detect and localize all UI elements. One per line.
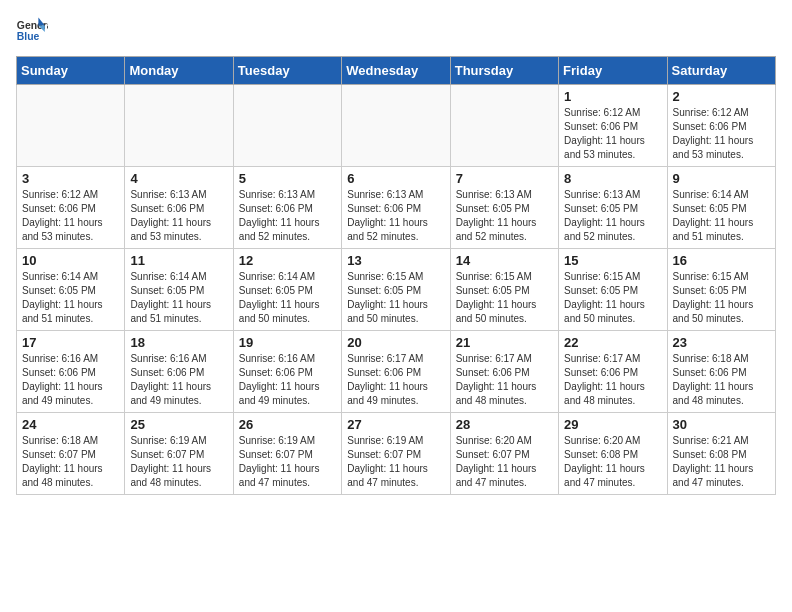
calendar-cell: 29Sunrise: 6:20 AM Sunset: 6:08 PM Dayli…: [559, 413, 667, 495]
day-number: 2: [673, 89, 770, 104]
weekday-header: Sunday: [17, 57, 125, 85]
calendar-cell: [450, 85, 558, 167]
weekday-header: Friday: [559, 57, 667, 85]
calendar-cell: 28Sunrise: 6:20 AM Sunset: 6:07 PM Dayli…: [450, 413, 558, 495]
calendar-cell: 7Sunrise: 6:13 AM Sunset: 6:05 PM Daylig…: [450, 167, 558, 249]
day-number: 14: [456, 253, 553, 268]
day-number: 4: [130, 171, 227, 186]
day-info: Sunrise: 6:13 AM Sunset: 6:06 PM Dayligh…: [239, 188, 336, 244]
day-info: Sunrise: 6:13 AM Sunset: 6:06 PM Dayligh…: [130, 188, 227, 244]
calendar-cell: 18Sunrise: 6:16 AM Sunset: 6:06 PM Dayli…: [125, 331, 233, 413]
svg-text:Blue: Blue: [17, 31, 40, 42]
calendar-week-row: 3Sunrise: 6:12 AM Sunset: 6:06 PM Daylig…: [17, 167, 776, 249]
day-info: Sunrise: 6:18 AM Sunset: 6:06 PM Dayligh…: [673, 352, 770, 408]
logo: GeneralBlue: [16, 16, 48, 48]
day-info: Sunrise: 6:15 AM Sunset: 6:05 PM Dayligh…: [673, 270, 770, 326]
calendar-cell: 9Sunrise: 6:14 AM Sunset: 6:05 PM Daylig…: [667, 167, 775, 249]
calendar-cell: 17Sunrise: 6:16 AM Sunset: 6:06 PM Dayli…: [17, 331, 125, 413]
day-number: 12: [239, 253, 336, 268]
header: GeneralBlue: [16, 16, 776, 48]
day-info: Sunrise: 6:15 AM Sunset: 6:05 PM Dayligh…: [564, 270, 661, 326]
day-info: Sunrise: 6:17 AM Sunset: 6:06 PM Dayligh…: [347, 352, 444, 408]
day-info: Sunrise: 6:13 AM Sunset: 6:05 PM Dayligh…: [564, 188, 661, 244]
calendar-week-row: 10Sunrise: 6:14 AM Sunset: 6:05 PM Dayli…: [17, 249, 776, 331]
day-info: Sunrise: 6:16 AM Sunset: 6:06 PM Dayligh…: [22, 352, 119, 408]
calendar-cell: 6Sunrise: 6:13 AM Sunset: 6:06 PM Daylig…: [342, 167, 450, 249]
day-number: 11: [130, 253, 227, 268]
weekday-header: Wednesday: [342, 57, 450, 85]
day-number: 3: [22, 171, 119, 186]
calendar-cell: 10Sunrise: 6:14 AM Sunset: 6:05 PM Dayli…: [17, 249, 125, 331]
calendar-week-row: 1Sunrise: 6:12 AM Sunset: 6:06 PM Daylig…: [17, 85, 776, 167]
day-number: 17: [22, 335, 119, 350]
calendar-cell: 25Sunrise: 6:19 AM Sunset: 6:07 PM Dayli…: [125, 413, 233, 495]
calendar-cell: 16Sunrise: 6:15 AM Sunset: 6:05 PM Dayli…: [667, 249, 775, 331]
calendar-cell: 8Sunrise: 6:13 AM Sunset: 6:05 PM Daylig…: [559, 167, 667, 249]
calendar-cell: 3Sunrise: 6:12 AM Sunset: 6:06 PM Daylig…: [17, 167, 125, 249]
calendar-cell: 5Sunrise: 6:13 AM Sunset: 6:06 PM Daylig…: [233, 167, 341, 249]
weekday-header-row: SundayMondayTuesdayWednesdayThursdayFrid…: [17, 57, 776, 85]
day-number: 8: [564, 171, 661, 186]
day-info: Sunrise: 6:19 AM Sunset: 6:07 PM Dayligh…: [130, 434, 227, 490]
day-number: 10: [22, 253, 119, 268]
day-info: Sunrise: 6:13 AM Sunset: 6:06 PM Dayligh…: [347, 188, 444, 244]
day-info: Sunrise: 6:14 AM Sunset: 6:05 PM Dayligh…: [130, 270, 227, 326]
day-info: Sunrise: 6:16 AM Sunset: 6:06 PM Dayligh…: [239, 352, 336, 408]
day-number: 15: [564, 253, 661, 268]
day-number: 9: [673, 171, 770, 186]
day-info: Sunrise: 6:12 AM Sunset: 6:06 PM Dayligh…: [22, 188, 119, 244]
day-number: 26: [239, 417, 336, 432]
calendar-cell: [233, 85, 341, 167]
day-number: 22: [564, 335, 661, 350]
day-info: Sunrise: 6:14 AM Sunset: 6:05 PM Dayligh…: [673, 188, 770, 244]
day-info: Sunrise: 6:17 AM Sunset: 6:06 PM Dayligh…: [456, 352, 553, 408]
calendar-cell: [125, 85, 233, 167]
calendar-cell: 15Sunrise: 6:15 AM Sunset: 6:05 PM Dayli…: [559, 249, 667, 331]
calendar-cell: 19Sunrise: 6:16 AM Sunset: 6:06 PM Dayli…: [233, 331, 341, 413]
day-number: 18: [130, 335, 227, 350]
weekday-header: Tuesday: [233, 57, 341, 85]
weekday-header: Saturday: [667, 57, 775, 85]
day-number: 6: [347, 171, 444, 186]
calendar-cell: 24Sunrise: 6:18 AM Sunset: 6:07 PM Dayli…: [17, 413, 125, 495]
day-info: Sunrise: 6:18 AM Sunset: 6:07 PM Dayligh…: [22, 434, 119, 490]
day-number: 23: [673, 335, 770, 350]
calendar-cell: 23Sunrise: 6:18 AM Sunset: 6:06 PM Dayli…: [667, 331, 775, 413]
day-info: Sunrise: 6:14 AM Sunset: 6:05 PM Dayligh…: [22, 270, 119, 326]
calendar-cell: 11Sunrise: 6:14 AM Sunset: 6:05 PM Dayli…: [125, 249, 233, 331]
calendar-cell: 13Sunrise: 6:15 AM Sunset: 6:05 PM Dayli…: [342, 249, 450, 331]
day-info: Sunrise: 6:20 AM Sunset: 6:08 PM Dayligh…: [564, 434, 661, 490]
day-number: 16: [673, 253, 770, 268]
calendar-cell: 22Sunrise: 6:17 AM Sunset: 6:06 PM Dayli…: [559, 331, 667, 413]
calendar-cell: 2Sunrise: 6:12 AM Sunset: 6:06 PM Daylig…: [667, 85, 775, 167]
weekday-header: Monday: [125, 57, 233, 85]
logo-icon: GeneralBlue: [16, 16, 48, 48]
day-number: 24: [22, 417, 119, 432]
day-number: 5: [239, 171, 336, 186]
day-number: 27: [347, 417, 444, 432]
calendar-cell: 12Sunrise: 6:14 AM Sunset: 6:05 PM Dayli…: [233, 249, 341, 331]
day-number: 20: [347, 335, 444, 350]
day-number: 13: [347, 253, 444, 268]
day-info: Sunrise: 6:19 AM Sunset: 6:07 PM Dayligh…: [239, 434, 336, 490]
page: GeneralBlue SundayMondayTuesdayWednesday…: [0, 0, 792, 511]
day-number: 1: [564, 89, 661, 104]
calendar-cell: 14Sunrise: 6:15 AM Sunset: 6:05 PM Dayli…: [450, 249, 558, 331]
calendar-cell: 26Sunrise: 6:19 AM Sunset: 6:07 PM Dayli…: [233, 413, 341, 495]
day-number: 30: [673, 417, 770, 432]
calendar-week-row: 17Sunrise: 6:16 AM Sunset: 6:06 PM Dayli…: [17, 331, 776, 413]
day-info: Sunrise: 6:21 AM Sunset: 6:08 PM Dayligh…: [673, 434, 770, 490]
day-info: Sunrise: 6:12 AM Sunset: 6:06 PM Dayligh…: [564, 106, 661, 162]
day-number: 21: [456, 335, 553, 350]
calendar-cell: [342, 85, 450, 167]
day-info: Sunrise: 6:15 AM Sunset: 6:05 PM Dayligh…: [456, 270, 553, 326]
calendar-cell: 27Sunrise: 6:19 AM Sunset: 6:07 PM Dayli…: [342, 413, 450, 495]
day-info: Sunrise: 6:19 AM Sunset: 6:07 PM Dayligh…: [347, 434, 444, 490]
day-info: Sunrise: 6:20 AM Sunset: 6:07 PM Dayligh…: [456, 434, 553, 490]
day-info: Sunrise: 6:15 AM Sunset: 6:05 PM Dayligh…: [347, 270, 444, 326]
day-number: 29: [564, 417, 661, 432]
calendar-cell: 21Sunrise: 6:17 AM Sunset: 6:06 PM Dayli…: [450, 331, 558, 413]
day-number: 7: [456, 171, 553, 186]
calendar-week-row: 24Sunrise: 6:18 AM Sunset: 6:07 PM Dayli…: [17, 413, 776, 495]
calendar-cell: 4Sunrise: 6:13 AM Sunset: 6:06 PM Daylig…: [125, 167, 233, 249]
